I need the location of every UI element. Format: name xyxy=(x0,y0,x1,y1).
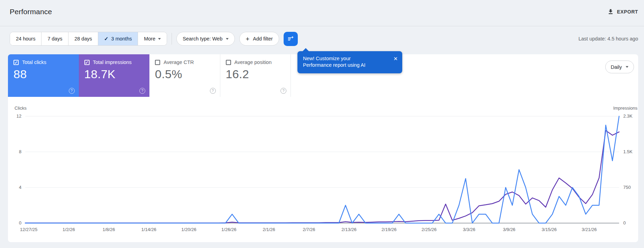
ai-promo-tooltip: New! Customize your Performance report u… xyxy=(297,51,402,73)
help-icon[interactable]: ? xyxy=(69,88,75,94)
search-type-label: Search type: Web xyxy=(183,36,222,42)
date-range-label: 24 hours xyxy=(16,36,35,42)
svg-text:2/1/26: 2/1/26 xyxy=(263,227,275,232)
metric-card-total-impressions[interactable]: ✓ Total impressions 18.7K ? xyxy=(79,54,150,97)
date-range-label: 3 months xyxy=(111,36,132,42)
metric-label: Total impressions xyxy=(93,59,132,65)
tooltip-line-2: Performance report using AI xyxy=(303,62,366,68)
svg-text:0: 0 xyxy=(623,220,626,226)
svg-text:2.3K: 2.3K xyxy=(623,113,633,119)
svg-text:2/19/26: 2/19/26 xyxy=(381,227,396,232)
search-type-dropdown[interactable]: Search type: Web xyxy=(176,32,235,46)
metric-label: Average position xyxy=(234,59,272,65)
date-range-label: 7 days xyxy=(47,36,62,42)
svg-text:3/21/26: 3/21/26 xyxy=(582,227,597,232)
check-icon: ✓ xyxy=(104,36,109,42)
filter-sparkle-icon xyxy=(287,35,294,43)
metric-label: Total clicks xyxy=(22,59,46,65)
svg-text:750: 750 xyxy=(623,185,631,190)
tooltip-caret xyxy=(302,48,309,55)
date-range-more-dropdown[interactable]: More xyxy=(138,32,167,45)
chevron-down-icon xyxy=(158,38,161,40)
metric-label: Average CTR xyxy=(164,59,194,65)
svg-text:3/15/26: 3/15/26 xyxy=(542,227,556,232)
page-title: Performance xyxy=(10,8,52,16)
svg-text:3/3/26: 3/3/26 xyxy=(463,227,475,232)
svg-text:2/25/26: 2/25/26 xyxy=(422,227,436,232)
checkbox-total-clicks[interactable]: ✓ xyxy=(13,60,19,65)
chevron-down-icon xyxy=(626,66,628,68)
metric-card-total-clicks[interactable]: ✓ Total clicks 88 ? xyxy=(8,54,79,97)
customize-ai-button[interactable] xyxy=(284,32,298,46)
svg-text:1/14/26: 1/14/26 xyxy=(141,227,156,232)
date-range-28-days[interactable]: 28 days xyxy=(68,32,98,45)
svg-text:Impressions: Impressions xyxy=(613,105,638,111)
date-range-7-days[interactable]: 7 days xyxy=(41,32,68,45)
svg-text:1/2/26: 1/2/26 xyxy=(63,227,75,232)
close-icon[interactable]: ✕ xyxy=(393,56,398,62)
metric-value: 88 xyxy=(13,67,73,81)
metric-card-average-position[interactable]: Average position 16.2 ? xyxy=(220,54,291,97)
granularity-dropdown[interactable]: Daily xyxy=(605,61,634,73)
svg-text:3/9/26: 3/9/26 xyxy=(503,227,515,232)
date-range-label: 28 days xyxy=(74,36,92,42)
header-divider xyxy=(0,26,644,26)
svg-text:1/8/26: 1/8/26 xyxy=(102,227,115,232)
metric-value: 16.2 xyxy=(226,67,285,81)
checkbox-average-position[interactable] xyxy=(226,60,231,65)
export-label: EXPORT xyxy=(617,9,638,15)
date-range-24-hours[interactable]: 24 hours xyxy=(10,32,41,45)
tooltip-line-1: New! Customize your xyxy=(303,56,351,61)
checkbox-average-ctr[interactable] xyxy=(155,60,160,65)
filter-toolbar: 24 hours 7 days 28 days ✓ 3 months More … xyxy=(10,32,298,46)
toolbar-divider xyxy=(172,33,172,45)
help-icon[interactable]: ? xyxy=(280,88,286,94)
metric-value: 18.7K xyxy=(84,67,144,81)
granularity-label: Daily xyxy=(611,64,622,70)
add-filter-button[interactable]: + Add filter xyxy=(239,32,279,46)
add-filter-label: Add filter xyxy=(253,36,273,42)
svg-text:12: 12 xyxy=(17,113,21,119)
date-range-group: 24 hours 7 days 28 days ✓ 3 months More xyxy=(10,32,167,46)
svg-text:8: 8 xyxy=(19,149,21,154)
metric-card-average-ctr[interactable]: Average CTR 0.5% ? xyxy=(149,54,220,97)
performance-chart[interactable]: 0481207501.5K2.3KClicksImpressions12/27/… xyxy=(0,103,644,242)
export-button[interactable]: EXPORT xyxy=(607,8,638,15)
chevron-down-icon xyxy=(226,38,229,40)
metric-value: 0.5% xyxy=(155,67,214,81)
svg-text:12/27/25: 12/27/25 xyxy=(20,227,38,232)
date-range-3-months[interactable]: ✓ 3 months xyxy=(98,32,138,45)
last-update-text: Last update: 4.5 hours ago xyxy=(578,36,638,42)
help-icon[interactable]: ? xyxy=(210,88,216,94)
svg-text:0: 0 xyxy=(19,220,21,226)
svg-text:Clicks: Clicks xyxy=(15,105,27,111)
svg-text:1/20/26: 1/20/26 xyxy=(181,227,196,232)
svg-text:4: 4 xyxy=(19,185,21,190)
download-icon xyxy=(607,8,614,15)
svg-text:2/7/26: 2/7/26 xyxy=(303,227,315,232)
date-range-label: More xyxy=(144,36,155,42)
plus-icon: + xyxy=(246,36,249,42)
checkbox-total-impressions[interactable]: ✓ xyxy=(84,60,90,65)
help-icon[interactable]: ? xyxy=(139,88,145,94)
tooltip-text: New! Customize your Performance report u… xyxy=(303,55,397,68)
svg-text:2/13/26: 2/13/26 xyxy=(341,227,356,232)
svg-text:1/26/26: 1/26/26 xyxy=(221,227,236,232)
svg-text:1.5K: 1.5K xyxy=(623,149,633,154)
search-console-performance-page: Performance EXPORT 24 hours 7 days 28 da… xyxy=(0,0,644,248)
